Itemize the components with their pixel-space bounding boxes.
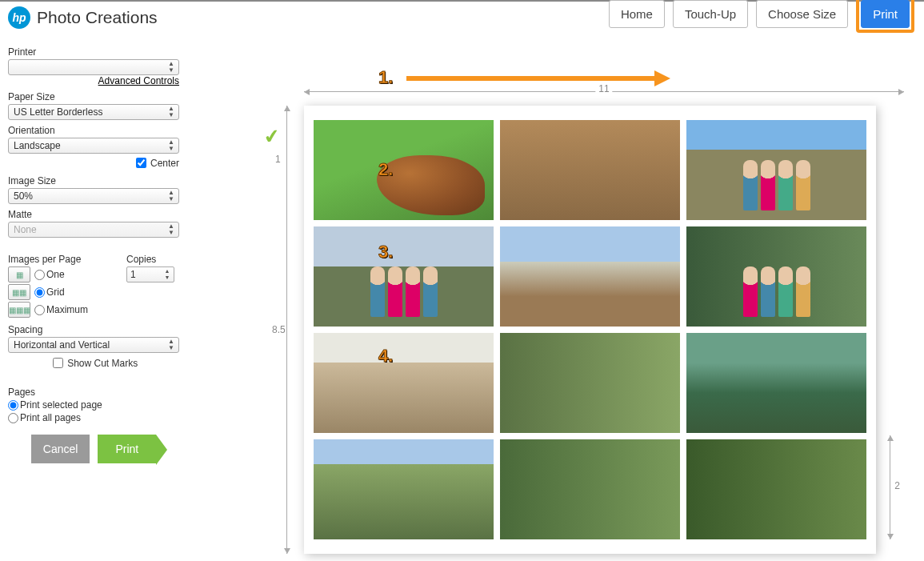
print-button[interactable]: Print [98, 435, 156, 463]
image-height-label: 2 [894, 480, 900, 491]
paper-size-label: Paper Size [8, 91, 178, 102]
settings-sidebar: Printer ▲▼ Advanced Controls Paper Size … [0, 34, 184, 561]
spacing-select[interactable]: Horizontal and Vertical ▲▼ [8, 337, 179, 353]
photo-thumb[interactable] [314, 333, 494, 433]
nav-choose-size-button[interactable]: Choose Size [756, 0, 848, 28]
orientation-label: Orientation [8, 125, 178, 136]
copies-label: Copies [126, 254, 174, 265]
images-per-page-label: Images per Page [8, 254, 126, 265]
ruler-height-label: 8.5 [272, 321, 286, 339]
cancel-button[interactable]: Cancel [31, 435, 90, 463]
page-ok-checkmark-icon: ✔ [262, 125, 282, 150]
photo-thumb[interactable] [500, 120, 680, 220]
advanced-controls-link[interactable]: Advanced Controls [98, 75, 179, 86]
print-selected-label: Print selected page [20, 399, 102, 411]
ipp-one-icon: ▦ [8, 266, 30, 283]
photo-thumb[interactable] [314, 226, 494, 327]
show-cut-marks-checkbox[interactable] [53, 358, 63, 368]
select-arrows-icon: ▲▼ [166, 61, 177, 74]
nav-home-button[interactable]: Home [609, 0, 665, 28]
ipp-max-label: Maximum [46, 304, 88, 315]
print-selected-radio[interactable] [8, 400, 18, 411]
photo-thumb[interactable] [686, 226, 866, 327]
photo-thumb[interactable] [500, 226, 680, 327]
callout-4: 4. [378, 346, 393, 367]
page-preview: 11 8.5 ✔ 1 [304, 106, 904, 554]
photo-thumb[interactable] [686, 120, 866, 220]
ipp-grid-icon: ▦▦ [8, 284, 30, 300]
select-arrows-icon: ▲▼ [166, 106, 177, 118]
callout-2: 2. [378, 159, 393, 180]
printer-select[interactable]: ▲▼ [8, 59, 179, 75]
select-arrows-icon: ▲▼ [166, 223, 177, 236]
select-arrows-icon: ▲▼ [166, 190, 177, 202]
copies-stepper[interactable]: 1 ▲▼ [126, 266, 174, 283]
printer-label: Printer [8, 46, 178, 58]
nav-print-highlight: Print [856, 0, 914, 33]
wizard-nav: Home Touch-Up Choose Size Print [609, 0, 914, 33]
print-all-label: Print all pages [20, 412, 81, 423]
center-checkbox[interactable] [136, 158, 146, 168]
photo-thumb[interactable] [314, 439, 494, 539]
photo-thumb[interactable] [314, 120, 494, 220]
ipp-grid-radio[interactable] [34, 287, 45, 298]
page-number-label: 1 [275, 154, 281, 165]
callout-arrow-icon [406, 67, 670, 90]
orientation-select[interactable]: Landscape ▲▼ [8, 138, 179, 154]
main-panel: 1. 2. 3. 4. Home Touch-Up Choose Size Pr… [184, 34, 924, 561]
callout-3: 3. [378, 242, 393, 262]
print-all-radio[interactable] [8, 413, 18, 423]
callout-1: 1. [378, 67, 393, 88]
nav-touchup-button[interactable]: Touch-Up [673, 0, 748, 28]
nav-print-button[interactable]: Print [861, 0, 910, 28]
ipp-one-radio[interactable] [34, 270, 45, 280]
image-height-ruler [890, 435, 890, 539]
photo-thumb[interactable] [686, 439, 866, 539]
select-arrows-icon: ▲▼ [166, 339, 177, 351]
select-arrows-icon: ▲▼ [166, 139, 177, 152]
app-title: Photo Creations [37, 8, 158, 27]
image-size-select[interactable]: 50% ▲▼ [8, 188, 179, 204]
spacing-label: Spacing [8, 324, 178, 335]
ipp-grid-label: Grid [46, 287, 65, 298]
matte-select[interactable]: None ▲▼ [8, 222, 179, 238]
photo-thumb[interactable] [500, 333, 680, 433]
ipp-max-radio[interactable] [34, 305, 45, 315]
hp-logo-icon: hp [8, 6, 30, 29]
matte-label: Matte [8, 209, 178, 220]
stepper-arrows-icon: ▲▼ [162, 268, 172, 281]
photo-thumb[interactable] [500, 439, 680, 539]
show-cut-marks-label: Show Cut Marks [67, 358, 138, 369]
paper-size-select[interactable]: US Letter Borderless ▲▼ [8, 104, 179, 120]
photo-thumb[interactable] [686, 333, 866, 433]
ruler-vertical [286, 106, 287, 554]
center-label: Center [150, 158, 179, 169]
pages-label: Pages [8, 387, 178, 398]
svg-marker-1 [654, 70, 670, 86]
ipp-max-icon: ▦▦▦ [8, 302, 30, 318]
image-size-label: Image Size [8, 175, 178, 186]
ipp-one-label: One [46, 269, 65, 280]
